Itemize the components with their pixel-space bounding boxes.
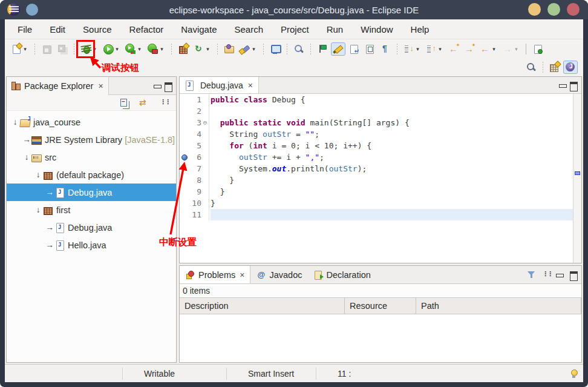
overview-ruler[interactable]: [573, 94, 581, 263]
lightbulb-icon[interactable]: [569, 368, 580, 379]
minimize-view-icon[interactable]: [557, 80, 568, 91]
forward-button[interactable]: [500, 42, 521, 56]
refresh-button[interactable]: [192, 42, 213, 56]
breakpoint-margin[interactable]: [180, 140, 188, 151]
breakpoint-margin[interactable]: [180, 174, 188, 186]
chevron-down-icon[interactable]: [91, 46, 98, 52]
menu-run[interactable]: Run: [327, 24, 344, 35]
whitespace-button[interactable]: [378, 42, 393, 56]
code-line-8[interactable]: 8 }: [180, 174, 573, 186]
code-line-7[interactable]: 7 System.out.println(outStr);: [180, 163, 573, 174]
column-header-resource[interactable]: Resource: [345, 298, 416, 314]
debug-button[interactable]: [79, 42, 100, 56]
chevron-down-icon[interactable]: [136, 46, 143, 52]
close-icon[interactable]: [248, 81, 253, 90]
breakpoint-margin[interactable]: [180, 94, 188, 105]
open-type-button[interactable]: [222, 42, 237, 56]
window-close-button[interactable]: [567, 3, 580, 16]
coverage-button[interactable]: [123, 42, 145, 56]
menu-navigate[interactable]: Navigate: [181, 24, 217, 35]
tree-item-debug-java[interactable]: Debug.java: [7, 219, 176, 236]
menu-help[interactable]: Help: [411, 24, 430, 35]
collapse-arrow-icon[interactable]: [33, 170, 43, 179]
breakpoint-margin[interactable]: [180, 197, 188, 209]
tab-declaration[interactable]: Declaration: [307, 266, 376, 283]
chevron-down-icon[interactable]: [414, 46, 421, 52]
tree-item-first[interactable]: first: [7, 201, 176, 219]
code-line-9[interactable]: 9 }: [180, 186, 573, 197]
collapse-arrow-icon[interactable]: [33, 205, 43, 214]
maximize-view-icon[interactable]: [568, 270, 579, 280]
filter-icon[interactable]: [526, 270, 537, 280]
collapse-all-button[interactable]: [117, 96, 132, 110]
new-java-project-button[interactable]: [176, 42, 191, 56]
tree-item-hello-java[interactable]: Hello.java: [7, 236, 176, 254]
minimize-view-icon[interactable]: [554, 270, 565, 280]
tree-item--default-package-[interactable]: (default package): [7, 166, 176, 184]
tree-item-jre-system-library[interactable]: JRE System Library[JavaSE-1.8]: [7, 131, 176, 148]
breakpoint-margin[interactable]: [180, 163, 188, 174]
expand-arrow-icon[interactable]: [45, 188, 54, 197]
maximize-view-icon[interactable]: [568, 80, 579, 91]
chevron-down-icon[interactable]: [204, 46, 211, 52]
window-maximize-button[interactable]: [547, 3, 560, 16]
chevron-down-icon[interactable]: [158, 46, 165, 52]
tab-problems[interactable]: Problems: [180, 266, 250, 283]
menu-project[interactable]: Project: [281, 24, 309, 35]
code-line-3[interactable]: 3 public static void main(String[] args)…: [180, 117, 573, 128]
tree-item-java-course[interactable]: java_course: [7, 113, 176, 131]
code-line-10[interactable]: 10}: [180, 197, 573, 209]
breakpoint-margin[interactable]: [180, 186, 188, 197]
menu-refactor[interactable]: Refactor: [129, 24, 164, 35]
collapse-arrow-icon[interactable]: [10, 117, 20, 127]
chevron-down-icon[interactable]: [491, 46, 497, 52]
chevron-down-icon[interactable]: [513, 46, 520, 52]
run-button[interactable]: [101, 42, 122, 56]
menu-search[interactable]: Search: [234, 24, 263, 35]
search-q-button[interactable]: [524, 61, 538, 74]
menu-source[interactable]: Source: [83, 24, 112, 35]
fwd-star-button[interactable]: [462, 42, 477, 56]
menu-file[interactable]: File: [18, 24, 32, 35]
open-perspective-button[interactable]: [547, 61, 562, 74]
save-button[interactable]: [39, 42, 54, 56]
mark-occurrences-button[interactable]: [331, 42, 345, 56]
doc-arrow-button[interactable]: [347, 42, 361, 56]
code-line-2[interactable]: 2: [180, 105, 573, 117]
close-icon[interactable]: [240, 271, 244, 279]
breakpoint-icon[interactable]: [180, 151, 188, 163]
menu-edit[interactable]: Edit: [50, 24, 65, 35]
view-menu-icon[interactable]: [540, 270, 551, 280]
external-tools-button[interactable]: [146, 42, 167, 56]
expand-arrow-icon[interactable]: [45, 240, 54, 250]
tab-javadoc[interactable]: Javadoc: [250, 266, 307, 283]
expand-arrow-icon[interactable]: [45, 223, 54, 232]
link-editor-button[interactable]: [137, 96, 151, 110]
breakpoint-margin[interactable]: [180, 117, 188, 128]
tree-item-debug-java[interactable]: Debug.java: [7, 184, 176, 201]
chevron-down-icon[interactable]: [22, 46, 28, 52]
collapse-arrow-icon[interactable]: [22, 153, 31, 162]
minimize-view-icon[interactable]: [152, 81, 163, 91]
column-header-description[interactable]: Description: [180, 298, 345, 314]
tree-item-src[interactable]: src: [7, 148, 176, 166]
next-annotation-button[interactable]: [402, 42, 423, 56]
chevron-down-icon[interactable]: [437, 46, 443, 52]
back-star-button[interactable]: [446, 42, 461, 56]
task-flag-button[interactable]: [315, 42, 330, 56]
magnifier-small-button[interactable]: [292, 42, 306, 56]
maximize-view-icon[interactable]: [163, 81, 174, 91]
editor-tab-debug-java[interactable]: Debug.java: [180, 77, 259, 93]
code-line-1[interactable]: 1public class Debug {: [180, 94, 573, 105]
expand-arrow-icon[interactable]: [22, 135, 31, 144]
breakpoint-margin[interactable]: [180, 105, 188, 117]
doc-box-button[interactable]: [362, 42, 377, 56]
code-line-6[interactable]: 6 outStr += i + ",";: [180, 151, 573, 163]
menu-window[interactable]: Window: [361, 24, 393, 35]
search-tool-button[interactable]: [238, 42, 259, 56]
prev-annotation-button[interactable]: [424, 42, 445, 56]
save-all-button[interactable]: [55, 42, 70, 56]
new-wizard-button[interactable]: [9, 42, 30, 56]
view-menu-button[interactable]: [156, 96, 171, 110]
java-perspective-button[interactable]: [563, 61, 578, 74]
